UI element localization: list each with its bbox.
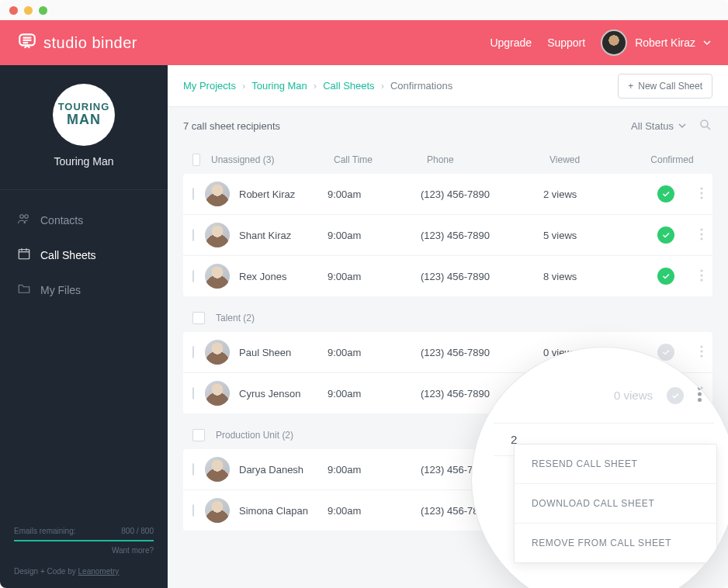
sidebar-nav: Contacts Call Sheets My Files [0, 195, 168, 315]
svg-line-11 [707, 126, 710, 130]
user-menu[interactable]: Robert Kiraz [601, 29, 711, 56]
crumb-current: Confirmations [390, 80, 452, 92]
sidebar-footer: Emails remaining: 800 / 800 Want more? D… [0, 517, 168, 588]
menu-remove[interactable]: REMOVE FROM CALL SHEET [515, 524, 716, 562]
crumb-my-projects[interactable]: My Projects [183, 80, 236, 92]
topbar: My Projects › Touring Man › Call Sheets … [168, 65, 728, 107]
toolbar: 7 call sheet recipients All Status [168, 107, 728, 144]
confirmed-cell [635, 227, 697, 244]
row-checkbox[interactable] [192, 229, 194, 241]
chat-icon [17, 31, 37, 55]
app-window: studio binder Upgrade Support Robert Kir… [0, 0, 728, 588]
row-checkbox[interactable] [192, 188, 194, 200]
window-minimize-dot[interactable] [24, 6, 33, 15]
recipient-name: Shant Kiraz [239, 230, 328, 241]
group-title: Unassigned (3) [211, 154, 334, 165]
phone-number: (123) 456-7890 [421, 189, 543, 200]
credit-link[interactable]: Leanometry [78, 567, 120, 576]
svg-point-13 [700, 192, 702, 194]
project-block: TOURING MAN Touring Man [0, 65, 168, 182]
recipient-row[interactable]: Shant Kiraz9:00am(123) 456-78905 views [183, 215, 712, 256]
brand-logo[interactable]: studio binder [17, 31, 137, 55]
plus-icon: + [628, 81, 633, 92]
check-icon [657, 185, 674, 202]
want-more-link[interactable]: Want more? [14, 546, 154, 555]
row-actions-icon[interactable] [697, 269, 706, 284]
recipient-row[interactable]: Robert Kiraz9:00am(123) 456-78902 views [183, 174, 712, 215]
col-phone: Phone [427, 154, 549, 165]
row-checkbox[interactable] [192, 387, 194, 399]
sidebar-item-call-sheets[interactable]: Call Sheets [0, 237, 168, 272]
row-checkbox[interactable] [192, 463, 194, 476]
phone-number: (123) 456-7890 [421, 347, 543, 358]
avatar [205, 182, 230, 206]
chevron-down-icon [703, 36, 711, 50]
row-checkbox[interactable] [192, 270, 194, 282]
recipient-row[interactable]: Rex Jones9:00am(123) 456-78908 views [183, 256, 712, 296]
row-actions-icon[interactable] [697, 345, 706, 360]
folder-icon [17, 282, 31, 298]
divider [0, 189, 168, 190]
crumb-project[interactable]: Touring Man [251, 80, 307, 92]
upgrade-link[interactable]: Upgrade [490, 36, 532, 49]
group-title: Production Unit (2) [216, 430, 338, 441]
svg-point-18 [700, 269, 702, 272]
main-content: My Projects › Touring Man › Call Sheets … [168, 65, 728, 588]
chevron-right-icon: › [242, 80, 245, 92]
group-checkbox[interactable] [192, 312, 205, 324]
call-time: 9:00am [328, 505, 421, 517]
recipient-count: 7 call sheet recipients [183, 120, 280, 132]
recipient-name: Darya Danesh [239, 464, 328, 476]
svg-point-17 [700, 237, 702, 240]
chevron-down-icon [678, 120, 686, 132]
col-confirmed: Confirmed [641, 154, 703, 165]
zoom-bottom-views: 0 [489, 559, 495, 572]
call-time: 9:00am [328, 388, 421, 399]
menu-download[interactable]: DOWNLOAD CALL SHEET [515, 484, 716, 524]
svg-point-15 [700, 228, 702, 230]
check-icon [657, 268, 674, 285]
search-icon[interactable] [699, 118, 712, 134]
support-link[interactable]: Support [547, 36, 585, 49]
nav-label: Call Sheets [40, 249, 96, 261]
svg-rect-6 [19, 250, 29, 259]
avatar [205, 340, 230, 365]
window-close-dot[interactable] [9, 6, 18, 15]
app-header: studio binder Upgrade Support Robert Kir… [0, 20, 728, 65]
phone-number: (123) 456-7890 [421, 271, 543, 282]
group-checkbox[interactable] [192, 154, 200, 166]
project-name: Touring Man [0, 155, 168, 168]
crumb-call-sheets[interactable]: Call Sheets [323, 80, 374, 92]
call-time: 9:00am [328, 464, 421, 476]
row-checkbox[interactable] [192, 346, 194, 358]
sidebar-item-my-files[interactable]: My Files [0, 272, 168, 307]
svg-point-35 [698, 398, 702, 402]
group-checkbox[interactable] [192, 429, 205, 441]
row-checkbox[interactable] [192, 504, 194, 517]
window-maximize-dot[interactable] [39, 6, 47, 15]
views-count: 8 views [543, 271, 635, 282]
row-actions-icon[interactable] [697, 228, 706, 243]
credit-text: Design + Code by Leanometry [14, 567, 154, 576]
svg-point-10 [701, 120, 708, 127]
menu-resend[interactable]: RESEND CALL SHEET [515, 444, 716, 484]
status-filter-dropdown[interactable]: All Status [631, 120, 686, 132]
svg-point-19 [700, 274, 702, 276]
recipient-name: Robert Kiraz [239, 189, 328, 200]
nav-label: My Files [40, 284, 81, 296]
svg-point-23 [700, 355, 702, 357]
row-actions-icon[interactable] [697, 187, 706, 202]
views-count: 5 views [543, 230, 635, 241]
zoom-views-label: 0 views [614, 389, 653, 402]
nav-label: Contacts [40, 214, 83, 227]
group-header: Talent (2) [183, 303, 712, 332]
svg-point-16 [700, 233, 702, 235]
emails-remaining-value: 800 / 800 [121, 527, 154, 535]
project-logo[interactable]: TOURING MAN [53, 84, 115, 146]
new-call-sheet-button[interactable]: + New Call Sheet [618, 74, 712, 99]
avatar [205, 381, 230, 406]
col-call-time: Call Time [334, 154, 427, 165]
svg-point-34 [698, 393, 702, 396]
confirmed-cell [635, 185, 697, 202]
sidebar-item-contacts[interactable]: Contacts [0, 202, 168, 237]
